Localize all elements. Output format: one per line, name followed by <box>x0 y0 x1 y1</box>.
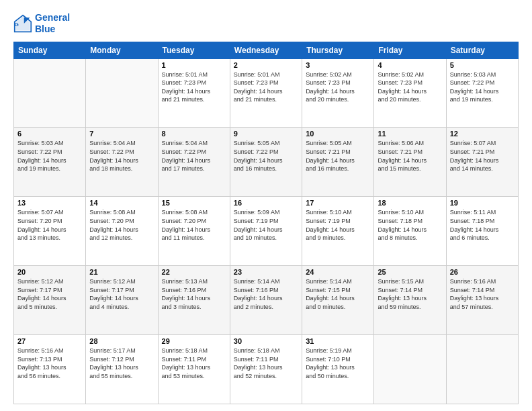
calendar-cell: 15Sunrise: 5:08 AM Sunset: 7:20 PM Dayli… <box>158 197 230 266</box>
cell-info-text: Sunrise: 5:08 AM Sunset: 7:20 PM Dayligh… <box>89 208 154 242</box>
cell-info-text: Sunrise: 5:07 AM Sunset: 7:20 PM Dayligh… <box>17 208 82 242</box>
calendar-cell: 9Sunrise: 5:05 AM Sunset: 7:22 PM Daylig… <box>230 128 302 197</box>
week-row-1: 1Sunrise: 5:01 AM Sunset: 7:23 PM Daylig… <box>14 58 519 128</box>
cell-info-text: Sunrise: 5:01 AM Sunset: 7:23 PM Dayligh… <box>162 71 226 104</box>
calendar-cell: 4Sunrise: 5:02 AM Sunset: 7:23 PM Daylig… <box>374 58 446 128</box>
logo-line2: Blue <box>35 24 70 35</box>
week-row-4: 20Sunrise: 5:12 AM Sunset: 7:17 PM Dayli… <box>14 266 519 335</box>
calendar-cell: 29Sunrise: 5:18 AM Sunset: 7:11 PM Dayli… <box>158 335 230 404</box>
calendar-cell: 12Sunrise: 5:07 AM Sunset: 7:21 PM Dayli… <box>446 128 518 197</box>
logo-icon: G <box>13 14 32 33</box>
calendar-cell: 8Sunrise: 5:04 AM Sunset: 7:22 PM Daylig… <box>158 128 230 197</box>
week-row-2: 6Sunrise: 5:03 AM Sunset: 7:22 PM Daylig… <box>14 128 519 197</box>
cell-day-number: 28 <box>89 337 154 345</box>
calendar-cell: 19Sunrise: 5:11 AM Sunset: 7:18 PM Dayli… <box>446 197 518 266</box>
cell-day-number: 1 <box>162 61 226 69</box>
cell-day-number: 26 <box>450 268 515 276</box>
cell-day-number: 23 <box>234 268 298 276</box>
week-row-3: 13Sunrise: 5:07 AM Sunset: 7:20 PM Dayli… <box>14 197 519 266</box>
calendar-cell: 22Sunrise: 5:13 AM Sunset: 7:16 PM Dayli… <box>158 266 230 335</box>
calendar-cell: 11Sunrise: 5:06 AM Sunset: 7:21 PM Dayli… <box>374 128 446 197</box>
cell-day-number: 8 <box>162 130 226 138</box>
calendar-cell: 24Sunrise: 5:14 AM Sunset: 7:15 PM Dayli… <box>302 266 374 335</box>
weekday-header-wednesday: Wednesday <box>230 42 302 58</box>
calendar-cell: 27Sunrise: 5:16 AM Sunset: 7:13 PM Dayli… <box>14 335 86 404</box>
cell-info-text: Sunrise: 5:04 AM Sunset: 7:22 PM Dayligh… <box>162 139 226 173</box>
calendar-cell: 18Sunrise: 5:10 AM Sunset: 7:18 PM Dayli… <box>374 197 446 266</box>
cell-info-text: Sunrise: 5:01 AM Sunset: 7:23 PM Dayligh… <box>234 71 298 104</box>
cell-info-text: Sunrise: 5:02 AM Sunset: 7:23 PM Dayligh… <box>378 71 442 104</box>
cell-info-text: Sunrise: 5:04 AM Sunset: 7:22 PM Dayligh… <box>89 139 154 173</box>
calendar-cell: 31Sunrise: 5:19 AM Sunset: 7:10 PM Dayli… <box>302 335 374 404</box>
weekday-header-sunday: Sunday <box>14 42 86 58</box>
cell-info-text: Sunrise: 5:17 AM Sunset: 7:12 PM Dayligh… <box>89 347 154 380</box>
calendar-cell: 14Sunrise: 5:08 AM Sunset: 7:20 PM Dayli… <box>86 197 158 266</box>
cell-day-number: 22 <box>162 268 226 276</box>
cell-day-number: 4 <box>378 61 442 69</box>
weekday-header-thursday: Thursday <box>302 42 374 58</box>
weekday-header-friday: Friday <box>374 42 446 58</box>
cell-day-number: 24 <box>306 268 370 276</box>
page: G General Blue SundayMondayTuesdayWednes… <box>0 0 532 411</box>
weekday-header-monday: Monday <box>86 42 158 58</box>
cell-day-number: 31 <box>306 337 370 345</box>
cell-info-text: Sunrise: 5:16 AM Sunset: 7:13 PM Dayligh… <box>17 347 82 380</box>
cell-info-text: Sunrise: 5:02 AM Sunset: 7:23 PM Dayligh… <box>306 71 370 104</box>
weekday-header-row: SundayMondayTuesdayWednesdayThursdayFrid… <box>14 42 519 58</box>
calendar-cell: 26Sunrise: 5:16 AM Sunset: 7:14 PM Dayli… <box>446 266 518 335</box>
calendar-cell: 23Sunrise: 5:14 AM Sunset: 7:16 PM Dayli… <box>230 266 302 335</box>
calendar-cell: 1Sunrise: 5:01 AM Sunset: 7:23 PM Daylig… <box>158 58 230 128</box>
calendar-cell <box>374 335 446 404</box>
cell-day-number: 2 <box>234 61 298 69</box>
cell-day-number: 21 <box>89 268 154 276</box>
cell-day-number: 27 <box>17 337 82 345</box>
cell-info-text: Sunrise: 5:05 AM Sunset: 7:21 PM Dayligh… <box>306 139 370 173</box>
cell-day-number: 10 <box>306 130 370 138</box>
cell-day-number: 17 <box>306 199 370 207</box>
cell-day-number: 25 <box>378 268 442 276</box>
cell-info-text: Sunrise: 5:11 AM Sunset: 7:18 PM Dayligh… <box>450 208 515 242</box>
cell-day-number: 5 <box>450 61 515 69</box>
cell-info-text: Sunrise: 5:06 AM Sunset: 7:21 PM Dayligh… <box>378 139 442 173</box>
calendar-cell: 21Sunrise: 5:12 AM Sunset: 7:17 PM Dayli… <box>86 266 158 335</box>
cell-day-number: 14 <box>89 199 154 207</box>
cell-info-text: Sunrise: 5:15 AM Sunset: 7:14 PM Dayligh… <box>378 277 442 311</box>
cell-info-text: Sunrise: 5:14 AM Sunset: 7:15 PM Dayligh… <box>306 277 370 311</box>
cell-day-number: 30 <box>234 337 298 345</box>
svg-text:G: G <box>15 21 19 27</box>
cell-info-text: Sunrise: 5:13 AM Sunset: 7:16 PM Dayligh… <box>162 277 226 311</box>
calendar-cell: 7Sunrise: 5:04 AM Sunset: 7:22 PM Daylig… <box>86 128 158 197</box>
calendar-cell: 10Sunrise: 5:05 AM Sunset: 7:21 PM Dayli… <box>302 128 374 197</box>
cell-day-number: 29 <box>162 337 226 345</box>
weekday-header-saturday: Saturday <box>446 42 518 58</box>
header: G General Blue <box>13 12 519 35</box>
cell-info-text: Sunrise: 5:08 AM Sunset: 7:20 PM Dayligh… <box>162 208 226 242</box>
cell-day-number: 18 <box>378 199 442 207</box>
calendar-cell: 30Sunrise: 5:18 AM Sunset: 7:11 PM Dayli… <box>230 335 302 404</box>
calendar-cell <box>14 58 86 128</box>
cell-info-text: Sunrise: 5:03 AM Sunset: 7:22 PM Dayligh… <box>450 71 515 104</box>
cell-info-text: Sunrise: 5:12 AM Sunset: 7:17 PM Dayligh… <box>17 277 82 311</box>
logo-line1: General <box>35 12 70 23</box>
cell-info-text: Sunrise: 5:03 AM Sunset: 7:22 PM Dayligh… <box>17 139 82 173</box>
calendar-cell: 5Sunrise: 5:03 AM Sunset: 7:22 PM Daylig… <box>446 58 518 128</box>
cell-day-number: 3 <box>306 61 370 69</box>
cell-day-number: 7 <box>89 130 154 138</box>
cell-day-number: 19 <box>450 199 515 207</box>
cell-info-text: Sunrise: 5:10 AM Sunset: 7:18 PM Dayligh… <box>378 208 442 242</box>
calendar-cell: 6Sunrise: 5:03 AM Sunset: 7:22 PM Daylig… <box>14 128 86 197</box>
calendar-cell <box>446 335 518 404</box>
calendar-cell: 13Sunrise: 5:07 AM Sunset: 7:20 PM Dayli… <box>14 197 86 266</box>
cell-info-text: Sunrise: 5:05 AM Sunset: 7:22 PM Dayligh… <box>234 139 298 173</box>
cell-day-number: 6 <box>17 130 82 138</box>
weekday-header-tuesday: Tuesday <box>158 42 230 58</box>
calendar-cell: 20Sunrise: 5:12 AM Sunset: 7:17 PM Dayli… <box>14 266 86 335</box>
logo-text: General Blue <box>35 12 70 35</box>
cell-day-number: 12 <box>450 130 515 138</box>
cell-info-text: Sunrise: 5:12 AM Sunset: 7:17 PM Dayligh… <box>89 277 154 311</box>
cell-info-text: Sunrise: 5:16 AM Sunset: 7:14 PM Dayligh… <box>450 277 515 311</box>
week-row-5: 27Sunrise: 5:16 AM Sunset: 7:13 PM Dayli… <box>14 335 519 404</box>
cell-day-number: 20 <box>17 268 82 276</box>
cell-day-number: 16 <box>234 199 298 207</box>
cell-info-text: Sunrise: 5:14 AM Sunset: 7:16 PM Dayligh… <box>234 277 298 311</box>
